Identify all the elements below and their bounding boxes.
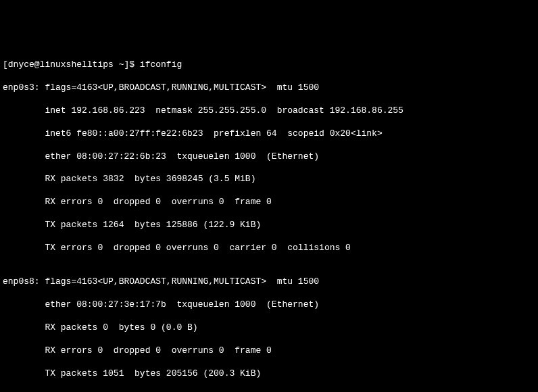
iface-tx-packets: TX packets 1051 bytes 205156 (200.3 KiB) — [3, 368, 535, 380]
iface-rx-packets: RX packets 0 bytes 0 (0.0 B) — [3, 322, 535, 334]
prompt-line: [dnyce@linuxshelltips ~]$ ifconfig — [3, 59, 535, 71]
iface-header: enp0s8: flags=4163<UP,BROADCAST,RUNNING,… — [3, 276, 535, 288]
iface-inet: inet 192.168.86.223 netmask 255.255.255.… — [3, 105, 535, 117]
iface-tx-errors: TX errors 0 dropped 0 overruns 0 carrier… — [3, 243, 535, 254]
iface-rx-errors: RX errors 0 dropped 0 overruns 0 frame 0 — [3, 345, 535, 357]
terminal-output[interactable]: [dnyce@linuxshelltips ~]$ ifconfig enp0s… — [3, 49, 535, 392]
iface-ether: ether 08:00:27:22:6b:23 txqueuelen 1000 … — [3, 151, 535, 163]
iface-inet6: inet6 fe80::a00:27ff:fe22:6b23 prefixlen… — [3, 128, 535, 140]
iface-ether: ether 08:00:27:3e:17:7b txqueuelen 1000 … — [3, 299, 535, 311]
iface-rx-errors: RX errors 0 dropped 0 overruns 0 frame 0 — [3, 197, 535, 208]
iface-tx-packets: TX packets 1264 bytes 125886 (122.9 KiB) — [3, 220, 535, 231]
iface-rx-packets: RX packets 3832 bytes 3698245 (3.5 MiB) — [3, 174, 535, 185]
iface-header: enp0s3: flags=4163<UP,BROADCAST,RUNNING,… — [3, 82, 535, 94]
